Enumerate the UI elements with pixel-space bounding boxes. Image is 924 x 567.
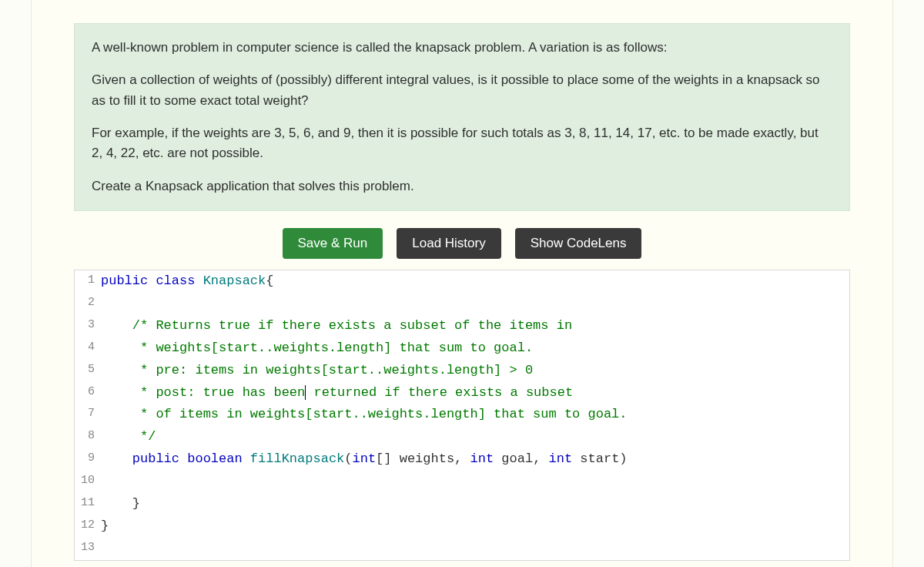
code-line[interactable]: 1public class Knapsack{ bbox=[75, 270, 849, 293]
code-token: * of items in weights[start..weights.len… bbox=[140, 407, 628, 421]
code-token: /* Returns true if there exists a subset… bbox=[132, 318, 572, 333]
code-token bbox=[243, 451, 250, 466]
code-line[interactable]: 8 */ bbox=[75, 426, 849, 448]
line-number: 4 bbox=[75, 337, 101, 360]
line-number: 6 bbox=[75, 382, 101, 404]
code-token: start) bbox=[572, 451, 627, 466]
line-number: 9 bbox=[75, 448, 101, 471]
line-number: 8 bbox=[75, 426, 101, 448]
code-line[interactable]: 7 * of items in weights[start..weights.l… bbox=[75, 404, 849, 426]
content-panel: A well-known problem in computer science… bbox=[31, 0, 893, 567]
line-number: 3 bbox=[75, 315, 101, 337]
problem-statement: A well-known problem in computer science… bbox=[74, 23, 850, 211]
problem-paragraph: For example, if the weights are 3, 5, 6,… bbox=[92, 123, 832, 164]
code-text[interactable] bbox=[101, 471, 849, 493]
code-text[interactable] bbox=[101, 293, 849, 315]
line-number: 12 bbox=[75, 515, 101, 538]
code-token: * pre: items in weights[start..weights.l… bbox=[140, 363, 533, 377]
code-text[interactable]: public boolean fillKnapsack(int[] weight… bbox=[101, 448, 849, 471]
code-text[interactable] bbox=[101, 538, 849, 560]
code-text[interactable]: /* Returns true if there exists a subset… bbox=[101, 315, 849, 337]
code-line[interactable]: 3 /* Returns true if there exists a subs… bbox=[75, 315, 849, 337]
code-line[interactable]: 5 * pre: items in weights[start..weights… bbox=[75, 360, 849, 382]
code-token: boolean bbox=[187, 451, 242, 466]
line-number: 11 bbox=[75, 493, 101, 515]
line-number: 5 bbox=[75, 360, 101, 382]
code-line[interactable]: 6 * post: true has been returned if ther… bbox=[75, 382, 849, 404]
code-token bbox=[101, 341, 140, 355]
code-text[interactable]: * weights[start..weights.length] that su… bbox=[101, 337, 849, 360]
code-token: class bbox=[156, 273, 195, 288]
code-text[interactable]: } bbox=[101, 493, 849, 515]
code-token bbox=[101, 385, 140, 400]
page-background: A well-known problem in computer science… bbox=[0, 0, 924, 567]
code-line[interactable]: 4 * weights[start..weights.length] that … bbox=[75, 337, 849, 360]
code-text[interactable]: public class Knapsack{ bbox=[101, 270, 849, 293]
problem-paragraph: Given a collection of weights of (possib… bbox=[92, 70, 832, 111]
line-number: 10 bbox=[75, 471, 101, 493]
code-token: goal, bbox=[494, 451, 548, 466]
code-token bbox=[101, 363, 140, 377]
code-token: fillKnapsack bbox=[250, 451, 344, 466]
code-text[interactable]: * of items in weights[start..weights.len… bbox=[101, 404, 849, 426]
code-token bbox=[101, 451, 132, 466]
toolbar: Save & Run Load History Show CodeLens bbox=[74, 228, 850, 259]
code-text[interactable]: * post: true has been returned if there … bbox=[101, 382, 849, 404]
code-token: */ bbox=[140, 429, 156, 444]
code-line[interactable]: 9 public boolean fillKnapsack(int[] weig… bbox=[75, 448, 849, 471]
problem-paragraph: Create a Knapsack application that solve… bbox=[92, 176, 832, 196]
code-token bbox=[195, 273, 203, 288]
code-token: } bbox=[101, 518, 109, 533]
line-number: 7 bbox=[75, 404, 101, 426]
code-token: returned if there exists a subset bbox=[306, 385, 573, 400]
code-token: public bbox=[101, 273, 148, 288]
code-token: ( bbox=[344, 451, 352, 466]
problem-paragraph: A well-known problem in computer science… bbox=[92, 38, 832, 58]
code-token: [] weights, bbox=[376, 451, 470, 466]
code-token: Knapsack bbox=[203, 273, 266, 288]
code-token: * post: true has been bbox=[140, 385, 305, 400]
line-number: 1 bbox=[75, 270, 101, 293]
code-token: public bbox=[132, 451, 179, 466]
code-line[interactable]: 13 bbox=[75, 538, 849, 560]
code-text[interactable]: } bbox=[101, 515, 849, 538]
code-token: int bbox=[352, 451, 376, 466]
code-line[interactable]: 10 bbox=[75, 471, 849, 493]
code-token: int bbox=[549, 451, 573, 466]
show-codelens-button[interactable]: Show CodeLens bbox=[515, 228, 642, 259]
code-line[interactable]: 11 } bbox=[75, 493, 849, 515]
code-token bbox=[179, 451, 187, 466]
code-token: int bbox=[470, 451, 494, 466]
line-number: 13 bbox=[75, 538, 101, 560]
code-text[interactable]: * pre: items in weights[start..weights.l… bbox=[101, 360, 849, 382]
code-token bbox=[101, 318, 132, 333]
load-history-button[interactable]: Load History bbox=[397, 228, 500, 259]
code-token bbox=[148, 273, 156, 288]
code-token bbox=[101, 429, 140, 444]
code-text[interactable]: */ bbox=[101, 426, 849, 448]
code-line[interactable]: 12} bbox=[75, 515, 849, 538]
code-token bbox=[101, 407, 140, 421]
line-number: 2 bbox=[75, 293, 101, 315]
code-line[interactable]: 2 bbox=[75, 293, 849, 315]
code-token: } bbox=[101, 496, 140, 511]
code-token: * weights[start..weights.length] that su… bbox=[140, 341, 533, 355]
save-run-button[interactable]: Save & Run bbox=[283, 228, 383, 259]
code-editor[interactable]: 1public class Knapsack{2 3 /* Returns tr… bbox=[74, 270, 850, 561]
code-token: { bbox=[266, 273, 273, 288]
